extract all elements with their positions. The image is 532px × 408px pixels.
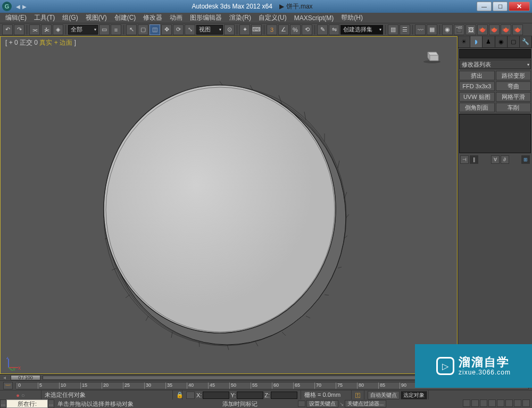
redo-icon[interactable]: ↷ (14, 24, 24, 35)
nav5-icon[interactable] (497, 399, 504, 407)
select-rotate-icon[interactable]: ⟳ (173, 24, 184, 35)
setkey-button[interactable]: 设置关键点 (306, 400, 338, 407)
nav6-icon[interactable] (505, 399, 513, 407)
keyboard-shortcut-icon[interactable]: ⌨ (251, 24, 262, 35)
prompt-next-icon[interactable]: … (48, 399, 54, 408)
mod-btn-bevelprofile[interactable]: 倒角剖面 (459, 103, 495, 112)
select-by-name-icon[interactable]: ≡ (111, 24, 121, 35)
nav8-icon[interactable] (522, 399, 530, 407)
create-tab-icon[interactable]: ☀ (458, 36, 470, 47)
viewcube[interactable] (422, 48, 442, 64)
mod-btn-uvw[interactable]: UVW 贴图 (459, 92, 495, 102)
edit-named-sel-icon[interactable]: ✎ (317, 24, 328, 35)
menu-view[interactable]: 视图(V) (82, 13, 110, 23)
mod-btn-lathe[interactable]: 车削 (496, 103, 531, 112)
nav2-icon[interactable] (471, 399, 479, 407)
selection-lock-icon[interactable]: 🔒 (173, 390, 182, 399)
refcoord-dropdown[interactable]: 视图 (196, 25, 223, 35)
nav3-icon[interactable] (480, 399, 487, 407)
menu-rendering[interactable]: 渲染(R) (226, 13, 254, 23)
key-icon[interactable]: ⚿ (352, 390, 364, 399)
mirror-icon[interactable]: ⇋ (329, 24, 339, 35)
maximize-button[interactable]: ☐ (493, 2, 508, 11)
render-iter-icon[interactable]: 🫖 (489, 24, 500, 35)
bind-spacewarp-icon[interactable]: ◈ (53, 24, 63, 35)
app-icon[interactable]: G (2, 2, 12, 11)
modify-tab-icon[interactable]: ◗ (470, 36, 483, 47)
align-icon[interactable]: ▥ (388, 24, 398, 35)
make-unique-icon[interactable]: ∀ (491, 155, 500, 164)
render-last-icon[interactable]: 🫖 (512, 24, 523, 35)
keymode-icon[interactable] (298, 401, 305, 407)
nav1-icon[interactable] (463, 399, 470, 407)
material-editor-icon[interactable]: ◉ (442, 24, 453, 35)
time-slider-handle[interactable]: 0 / 100 (11, 375, 40, 380)
render-prod-icon[interactable]: 🫖 (477, 24, 488, 35)
selected-lock-dropdown[interactable]: 选定对象 (401, 391, 427, 399)
keyfilter-button[interactable]: 关键点过滤器... (345, 400, 386, 407)
angle-snap-icon[interactable]: ∠ (278, 24, 289, 35)
mod-btn-pathdeform[interactable]: 路径变形 (496, 71, 531, 80)
x-coord-field[interactable] (203, 392, 229, 399)
menu-animation[interactable]: 动画 (167, 13, 186, 23)
schematic-view-icon[interactable]: ▦ (427, 24, 437, 35)
pin-stack-icon[interactable]: ⊣ (460, 155, 469, 164)
display-tab-icon[interactable]: ▢ (508, 36, 520, 47)
menu-group[interactable]: 组(G) (59, 13, 81, 23)
remove-mod-icon[interactable]: ∂ (501, 155, 509, 164)
nav7-icon[interactable] (514, 399, 521, 407)
motion-tab-icon[interactable]: ◉ (495, 36, 508, 47)
viewport-label[interactable]: [ + 0 正交 0 真实 + 边面 ] (5, 38, 76, 47)
select-object-icon[interactable]: ▭ (99, 24, 110, 35)
pivot-icon[interactable]: ⊙ (224, 24, 235, 35)
menu-edit[interactable]: 编辑(E) (2, 13, 30, 23)
nav4-icon[interactable] (488, 399, 496, 407)
select-move-icon[interactable]: ✥ (161, 24, 172, 35)
undo-icon[interactable]: ↶ (2, 24, 13, 35)
rendered-frame-icon[interactable]: 🖼 (466, 24, 476, 35)
menu-maxscript[interactable]: MAXScript(M) (291, 14, 337, 22)
percent-snap-icon[interactable]: % (290, 24, 301, 35)
menu-create[interactable]: 创建(C) (111, 13, 139, 23)
hierarchy-tab-icon[interactable]: ♟ (483, 36, 495, 47)
viewport[interactable]: z x y (0, 36, 458, 374)
mod-btn-meshsmooth[interactable]: 网格平滑 (496, 92, 531, 102)
z-coord-field[interactable] (271, 392, 297, 399)
select-cursor-icon[interactable]: ↖ (126, 24, 137, 35)
quick-redo-icon[interactable]: ▶ (22, 4, 27, 10)
menu-help[interactable]: 帮助(H) (338, 13, 366, 23)
manipulate-icon[interactable]: ✦ (239, 24, 250, 35)
utilities-tab-icon[interactable]: 🔧 (520, 36, 532, 47)
curve-editor-icon[interactable]: 〰 (415, 24, 426, 35)
quick-undo-icon[interactable]: ◀ (16, 4, 20, 10)
prompt-prev-icon[interactable]: … (0, 399, 6, 408)
menu-customize[interactable]: 自定义(U) (255, 13, 290, 23)
layers-icon[interactable]: ☰ (400, 24, 410, 35)
snap-toggle-3-icon[interactable]: 3 (267, 24, 277, 35)
open-mini-curve-editor-icon[interactable]: 〰 (3, 382, 13, 389)
autokey-button[interactable]: 自动关键点 (368, 391, 400, 399)
render-icon[interactable]: 🫖 (501, 24, 511, 35)
select-scale-icon[interactable]: ⤡ (185, 24, 195, 35)
show-end-result-icon[interactable]: ‖ (470, 155, 478, 164)
add-timetag[interactable]: 添加时间标记 (222, 400, 257, 408)
mod-btn-extrude[interactable]: 挤出 (459, 71, 495, 80)
link-icon[interactable]: ⫘ (29, 24, 40, 35)
mod-btn-bend[interactable]: 弯曲 (496, 81, 531, 91)
minimize-button[interactable]: — (477, 2, 492, 11)
menu-modifiers[interactable]: 修改器 (140, 13, 165, 23)
object-name-field[interactable] (459, 49, 531, 59)
rect-select-icon[interactable]: ▢ (138, 24, 148, 35)
absolute-mode-icon[interactable] (186, 392, 195, 399)
y-coord-field[interactable] (237, 392, 263, 399)
mesh-cylinder[interactable] (96, 79, 351, 353)
named-selset-dropdown[interactable]: 创建选择集 (340, 25, 383, 35)
mod-btn-ffd[interactable]: FFD 3x3x3 (459, 81, 495, 91)
spinner-snap-icon[interactable]: ⟲ (302, 24, 312, 35)
modifier-stack[interactable] (459, 114, 531, 153)
window-crossing-icon[interactable]: ◫ (149, 24, 160, 35)
unlink-icon[interactable]: ⫘̸ (41, 24, 52, 35)
menu-tools[interactable]: 工具(T) (31, 13, 58, 23)
selection-filter-dropdown[interactable]: 全部 (68, 25, 98, 35)
menu-grapheditors[interactable]: 图形编辑器 (187, 13, 225, 23)
